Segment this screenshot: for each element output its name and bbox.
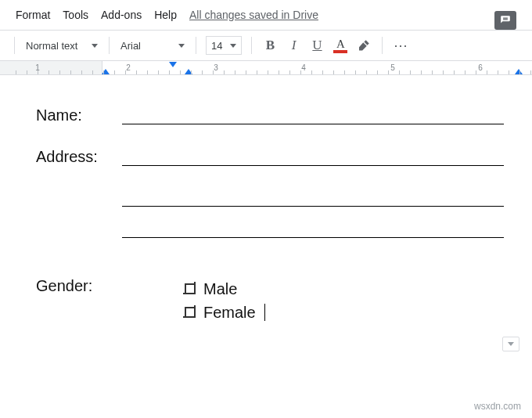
ruler-tick <box>169 70 170 74</box>
ruler-tick <box>81 70 82 74</box>
ruler-number: 6 <box>478 63 483 72</box>
ruler-number: 3 <box>214 63 218 72</box>
ruler-tick <box>125 70 126 74</box>
ruler[interactable]: 1 2 3 4 5 6 <box>0 61 532 75</box>
font-size-value: 14 <box>211 40 222 52</box>
ruler-tick <box>191 70 192 74</box>
ruler-tick <box>377 70 378 74</box>
ruler-tick <box>16 70 16 74</box>
font-size-input[interactable]: 14 <box>206 36 242 55</box>
address-line-1[interactable] <box>122 149 504 166</box>
ruler-tick <box>289 70 290 74</box>
ruler-tick <box>465 70 466 74</box>
toolbar-separator <box>196 37 196 54</box>
font-dropdown[interactable]: Arial <box>116 37 189 55</box>
ruler-tick <box>443 70 444 74</box>
menu-tools[interactable]: Tools <box>56 4 95 26</box>
gender-option-female[interactable]: Female <box>185 301 265 324</box>
highlight-button[interactable] <box>352 34 376 56</box>
name-line[interactable] <box>122 107 504 124</box>
ruler-tick <box>213 70 214 74</box>
ruler-tick <box>333 70 334 74</box>
ruler-tick <box>114 70 115 74</box>
ruler-tick <box>38 70 38 74</box>
toolbar-separator <box>382 37 383 54</box>
underline-button[interactable]: U <box>305 34 329 56</box>
text-cursor <box>264 304 265 321</box>
ruler-number: 5 <box>390 63 395 72</box>
ruler-tick <box>224 70 225 74</box>
text-color-letter: A <box>336 38 345 49</box>
address-line-3[interactable] <box>122 218 504 238</box>
ruler-tick <box>355 70 356 74</box>
ruler-tick <box>235 70 235 74</box>
watermark: wsxdn.com <box>474 401 521 412</box>
menu-help[interactable]: Help <box>148 4 183 26</box>
gender-row: Gender: Male Female <box>36 277 504 324</box>
text-color-button[interactable]: A <box>329 38 352 53</box>
ruler-tick <box>257 70 257 74</box>
comment-button[interactable] <box>494 11 516 30</box>
ruler-tick <box>268 70 268 74</box>
chevron-down-icon <box>230 44 236 48</box>
more-button[interactable]: ⋯ <box>389 37 414 54</box>
female-label: Female <box>203 301 256 324</box>
ruler-tick <box>476 70 476 74</box>
chevron-down-icon <box>92 44 98 48</box>
ruler-tick <box>498 70 498 74</box>
ruler-tick <box>147 70 148 74</box>
ruler-tick <box>136 70 137 74</box>
ruler-tick <box>322 70 323 74</box>
ruler-tick <box>158 70 159 74</box>
ruler-tick <box>366 70 367 74</box>
ruler-tick <box>530 70 531 74</box>
chevron-down-icon <box>178 44 185 48</box>
ruler-tick <box>399 70 400 74</box>
name-label: Name: <box>36 106 122 124</box>
ruler-tick <box>103 70 104 74</box>
name-row: Name: <box>36 106 504 124</box>
ruler-tick <box>509 70 509 74</box>
ruler-tick <box>454 70 455 74</box>
italic-button[interactable]: I <box>282 34 305 56</box>
ruler-tick <box>388 70 389 74</box>
ruler-tick <box>70 70 71 74</box>
male-label: Male <box>203 277 237 301</box>
ruler-tick <box>344 70 345 74</box>
text-color-swatch <box>333 50 347 53</box>
ruler-tick <box>432 70 433 74</box>
ruler-page-area <box>102 61 532 74</box>
ruler-tick <box>27 70 27 74</box>
ruler-tick <box>519 70 520 74</box>
ruler-tick <box>300 70 301 74</box>
comment-icon <box>499 15 512 26</box>
ruler-tick <box>180 70 181 74</box>
ruler-tick <box>246 70 246 74</box>
menu-format[interactable]: Format <box>9 4 56 26</box>
gender-option-male[interactable]: Male <box>185 277 265 301</box>
menu-addons[interactable]: Add-ons <box>95 4 148 26</box>
chevron-down-icon <box>508 342 514 346</box>
document-page[interactable]: Name: Address: Gender: Male Female <box>0 75 532 340</box>
toolbar-separator <box>109 37 110 54</box>
save-status[interactable]: All changes saved in Drive <box>189 9 318 21</box>
address-line-2[interactable] <box>122 186 504 207</box>
ruler-tick <box>202 70 203 74</box>
ruler-tick <box>421 70 422 74</box>
gender-label: Gender: <box>36 277 122 324</box>
toolbar-separator <box>251 37 252 54</box>
explore-button[interactable] <box>502 337 519 351</box>
paragraph-style-dropdown[interactable]: Normal text <box>21 37 102 55</box>
checkbox-icon <box>185 283 196 294</box>
ruler-number: 4 <box>301 63 306 72</box>
font-label: Arial <box>120 40 141 52</box>
paragraph-style-label: Normal text <box>26 40 77 52</box>
menu-bar: Format Tools Add-ons Help All changes sa… <box>0 0 532 30</box>
address-row: Address: <box>36 148 504 166</box>
bold-button[interactable]: B <box>258 34 282 56</box>
ruler-tick <box>49 70 49 74</box>
checkbox-icon <box>185 307 196 318</box>
toolbar: Normal text Arial 14 B I U A ⋯ <box>0 30 532 61</box>
toolbar-separator <box>14 37 15 54</box>
ruler-tick <box>92 70 93 74</box>
